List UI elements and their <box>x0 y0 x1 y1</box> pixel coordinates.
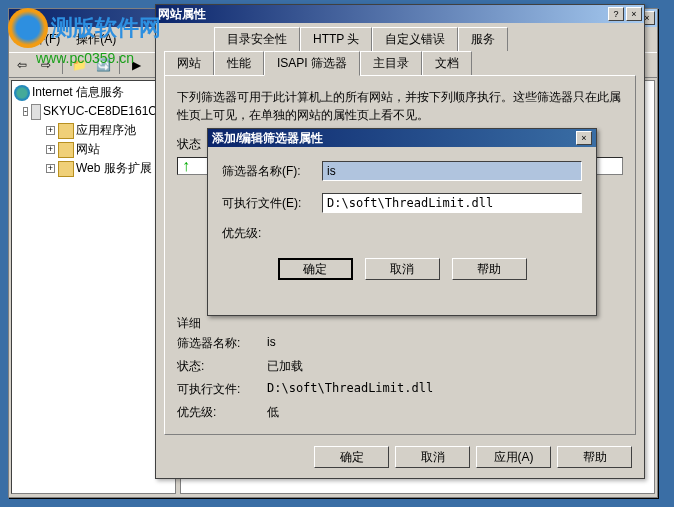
arrow-up-icon: ↑ <box>182 157 190 175</box>
tree-collapse-icon[interactable]: - <box>23 107 29 116</box>
exe-file-label: 可执行文件(E): <box>222 195 322 212</box>
details-label: 详细 <box>177 315 623 332</box>
detail-priority: 优先级: 低 <box>177 401 623 424</box>
refresh-button[interactable]: 🔄 <box>92 54 114 76</box>
tree-item-label: 应用程序池 <box>76 122 136 139</box>
tab-isapi-filter[interactable]: ISAPI 筛选器 <box>264 51 360 76</box>
tree-expand-icon[interactable]: + <box>46 164 55 173</box>
separator <box>62 56 63 74</box>
detail-name: 筛选器名称: is <box>177 332 623 355</box>
play-button[interactable]: ▶ <box>125 54 147 76</box>
tab-row-2: 网站 性能 ISAPI 筛选器 主目录 文档 <box>164 51 636 75</box>
cancel-button[interactable]: 取消 <box>395 446 470 468</box>
edit-button-row: 确定 取消 帮助 <box>222 254 582 284</box>
detail-exe-label: 可执行文件: <box>177 381 267 398</box>
folder-icon <box>58 142 74 158</box>
edit-filter-dialog: 添加/编辑筛选器属性 × 筛选器名称(F): 可执行文件(E): 优先级: 确定… <box>207 128 597 316</box>
tab-service[interactable]: 服务 <box>458 27 508 51</box>
filter-name-row: 筛选器名称(F): <box>222 161 582 181</box>
tab-custom-errors[interactable]: 自定义错误 <box>372 27 458 51</box>
props-help-button[interactable]: ? <box>608 7 624 21</box>
edit-body: 筛选器名称(F): 可执行文件(E): 优先级: 确定 取消 帮助 <box>208 147 596 298</box>
tab-http-header[interactable]: HTTP 头 <box>300 27 372 51</box>
detail-priority-value: 低 <box>267 404 279 421</box>
tree-item-apppool[interactable]: + 应用程序池 <box>14 121 173 140</box>
exe-file-input[interactable] <box>322 193 582 213</box>
tab-documents[interactable]: 文档 <box>422 51 472 75</box>
priority-row: 优先级: <box>222 225 582 242</box>
tree-root[interactable]: Internet 信息服务 <box>14 83 173 102</box>
tree-panel[interactable]: Internet 信息服务 - SKYUC-CE8DE161C(本 + 应用程序… <box>11 80 176 494</box>
menu-action[interactable]: 操作(A) <box>68 29 124 50</box>
filter-name-input[interactable] <box>322 161 582 181</box>
priority-label: 优先级: <box>222 225 322 242</box>
apply-button[interactable]: 应用(A) <box>476 446 551 468</box>
detail-exe-value: D:\soft\ThreadLimit.dll <box>267 381 433 398</box>
globe-icon <box>14 85 30 101</box>
tab-website[interactable]: 网站 <box>164 51 214 75</box>
detail-status: 状态: 已加载 <box>177 355 623 378</box>
detail-status-label: 状态: <box>177 358 267 375</box>
edit-help-button[interactable]: 帮助 <box>452 258 527 280</box>
edit-titlebar: 添加/编辑筛选器属性 × <box>208 129 596 147</box>
edit-ok-button[interactable]: 确定 <box>278 258 353 280</box>
back-button[interactable]: ⇦ <box>11 54 33 76</box>
folder-icon <box>58 161 74 177</box>
folder-icon <box>58 123 74 139</box>
separator <box>119 56 120 74</box>
tree-server-label: SKYUC-CE8DE161C(本 <box>43 103 173 120</box>
tab-home-dir[interactable]: 主目录 <box>360 51 422 75</box>
help-button[interactable]: 帮助 <box>557 446 632 468</box>
tree-expand-icon[interactable]: + <box>46 126 55 135</box>
detail-exe: 可执行文件: D:\soft\ThreadLimit.dll <box>177 378 623 401</box>
detail-name-label: 筛选器名称: <box>177 335 267 352</box>
tab-row-1: 目录安全性 HTTP 头 自定义错误 服务 <box>164 27 636 51</box>
tabs-container: 目录安全性 HTTP 头 自定义错误 服务 网站 性能 ISAPI 筛选器 主目… <box>156 23 644 75</box>
tree-item-label: Web 服务扩展 <box>76 160 152 177</box>
detail-name-value: is <box>267 335 276 352</box>
props-close-button[interactable]: × <box>626 7 642 21</box>
filter-name-label: 筛选器名称(F): <box>222 163 322 180</box>
edit-title: 添加/编辑筛选器属性 <box>212 130 574 147</box>
tab-performance[interactable]: 性能 <box>214 51 264 75</box>
detail-priority-label: 优先级: <box>177 404 267 421</box>
tree-expand-icon[interactable]: + <box>46 145 55 154</box>
tree-item-websites[interactable]: + 网站 <box>14 140 173 159</box>
tree-server[interactable]: - SKYUC-CE8DE161C(本 <box>14 102 173 121</box>
props-titlebar: 网站属性 ? × <box>156 5 644 23</box>
edit-close-button[interactable]: × <box>576 131 592 145</box>
props-title: 网站属性 <box>158 6 606 23</box>
edit-cancel-button[interactable]: 取消 <box>365 258 440 280</box>
tab-dir-security[interactable]: 目录安全性 <box>214 27 300 51</box>
description-text: 下列筛选器可用于此计算机上的所有网站，并按下列顺序执行。这些筛选器只在此属性页上… <box>177 88 623 124</box>
tree-item-label: 网站 <box>76 141 100 158</box>
forward-button[interactable]: ⇨ <box>35 54 57 76</box>
tree-item-webext[interactable]: + Web 服务扩展 <box>14 159 173 178</box>
tree-root-label: Internet 信息服务 <box>32 84 124 101</box>
status-column-label: 状态 <box>177 136 201 153</box>
detail-status-value: 已加载 <box>267 358 303 375</box>
server-icon <box>31 104 41 120</box>
props-button-row: 确定 取消 应用(A) 帮助 <box>314 446 632 468</box>
menu-file[interactable]: 文件(F) <box>13 29 68 50</box>
exe-file-row: 可执行文件(E): <box>222 193 582 213</box>
up-button[interactable]: 📁 <box>68 54 90 76</box>
ok-button[interactable]: 确定 <box>314 446 389 468</box>
details-section: 详细 筛选器名称: is 状态: 已加载 可执行文件: D:\soft\Thre… <box>177 315 623 424</box>
